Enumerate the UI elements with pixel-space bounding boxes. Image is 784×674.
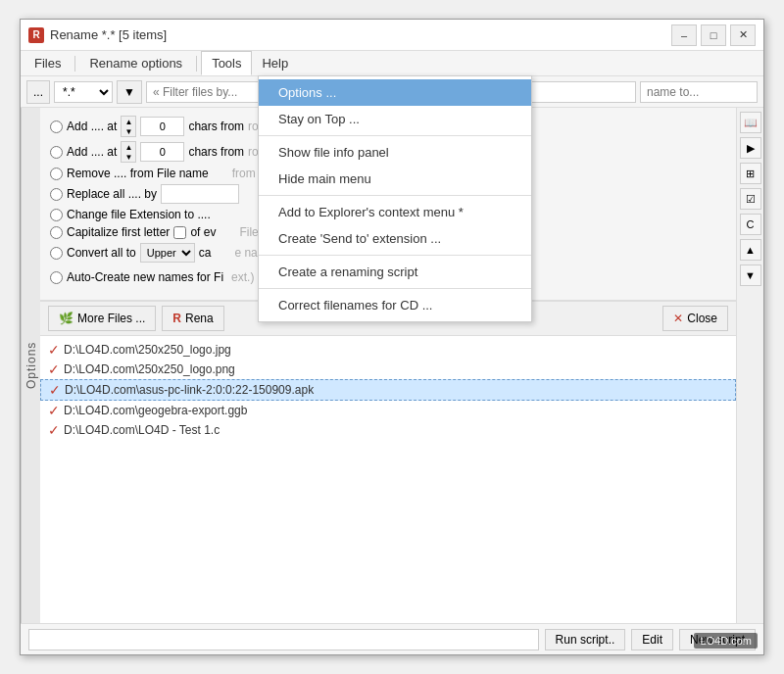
file-item-1[interactable]: ✓ D:\LO4D.com\250x250_logo.jpg (40, 340, 736, 360)
dropdown-sep-1 (259, 135, 531, 136)
run-script-button[interactable]: Run script.. (545, 629, 626, 650)
dropdown-show-file-info[interactable]: Show file info panel (259, 139, 531, 166)
right-icon-up[interactable]: ▲ (740, 239, 761, 261)
dropdown-sep-3 (259, 255, 531, 256)
window-title: Rename *.* [5 items] (50, 27, 671, 42)
dropdown-correct-filenames-cd[interactable]: Correct filenames for CD ... (259, 292, 531, 318)
file-item-2[interactable]: ✓ D:\LO4D.com\250x250_logo.png (40, 360, 736, 379)
spin-up-2[interactable]: ▲ (122, 142, 135, 152)
close-icon: ✕ (673, 312, 683, 325)
status-bar: Run script.. Edit New script (21, 623, 763, 654)
app-icon: R (28, 27, 44, 43)
minimize-button[interactable]: – (671, 24, 697, 46)
dropdown-create-renaming-script[interactable]: Create a renaming script (259, 259, 531, 285)
script-input[interactable] (28, 629, 539, 650)
dropdown-sep-4 (259, 288, 531, 289)
option-radio-8[interactable] (50, 271, 63, 284)
option-radio-6[interactable] (50, 226, 63, 239)
file-path-2: D:\LO4D.com\250x250_logo.png (64, 362, 235, 376)
tools-dropdown: Options ... Stay on Top ... Show file in… (258, 75, 532, 322)
menu-files[interactable]: Files (24, 51, 71, 75)
menu-bar: Files Rename options Tools Help Options … (21, 51, 763, 76)
num-input-1[interactable] (140, 117, 184, 136)
file-list: ✓ D:\LO4D.com\250x250_logo.jpg ✓ D:\LO4D… (40, 336, 736, 623)
rename-button[interactable]: R Rena (162, 306, 223, 331)
num-spin-1: ▲ ▼ (121, 116, 136, 137)
file-check-1: ✓ (48, 342, 60, 358)
dropdown-options[interactable]: Options ... (259, 79, 531, 106)
right-icon-book[interactable]: 📖 (740, 112, 761, 133)
file-path-4: D:\LO4D.com\geogebra-export.ggb (64, 404, 247, 417)
dropdown-stay-on-top[interactable]: Stay on Top ... (259, 106, 531, 132)
dropdown-add-context-menu[interactable]: Add to Explorer's context menu * (259, 199, 531, 225)
window-controls: – □ ✕ (671, 24, 756, 46)
file-path-1: D:\LO4D.com\250x250_logo.jpg (64, 343, 231, 357)
file-path-5: D:\LO4D.com\LO4D - Test 1.c (64, 423, 220, 437)
right-icon-grid[interactable]: ⊞ (740, 163, 761, 184)
file-check-3: ✓ (49, 382, 61, 398)
file-path-3: D:\LO4D.com\asus-pc-link-2:0:0:22-150909… (65, 383, 314, 397)
replace-input[interactable] (161, 184, 239, 204)
file-item-4[interactable]: ✓ D:\LO4D.com\geogebra-export.ggb (40, 401, 736, 420)
file-item-5[interactable]: ✓ D:\LO4D.com\LO4D - Test 1.c (40, 420, 736, 440)
dropdown-sep-2 (259, 195, 531, 196)
dropdown-hide-main-menu[interactable]: Hide main menu (259, 166, 531, 192)
rename-target-input[interactable] (640, 81, 758, 103)
file-check-2: ✓ (48, 361, 60, 377)
rename-icon: R (172, 312, 181, 325)
menu-tools[interactable]: Tools (201, 51, 252, 75)
capitalize-checkbox[interactable] (173, 226, 186, 239)
num-spin-2: ▲ ▼ (121, 141, 136, 163)
options-sidebar-label: Options (21, 108, 40, 623)
menu-separator-2 (196, 56, 197, 72)
dropdown-create-send-to[interactable]: Create 'Send to' extension ... (259, 225, 531, 252)
num-input-2[interactable] (140, 142, 184, 162)
option-radio-2[interactable] (50, 146, 63, 159)
menu-separator-1 (74, 56, 75, 72)
browse-button[interactable]: ... (26, 80, 50, 104)
title-bar: R Rename *.* [5 items] – □ ✕ (21, 20, 763, 51)
edit-button[interactable]: Edit (631, 629, 673, 650)
filter-combo[interactable]: *.* (54, 81, 113, 103)
option-radio-3[interactable] (50, 168, 63, 180)
option-radio-7[interactable] (50, 247, 63, 260)
option-radio-5[interactable] (50, 209, 63, 221)
spin-up-1[interactable]: ▲ (122, 117, 135, 126)
main-window: R Rename *.* [5 items] – □ ✕ Files Renam… (20, 19, 764, 655)
convert-combo[interactable]: Upper Lower (140, 243, 195, 263)
more-files-icon: 🌿 (59, 312, 74, 325)
option-radio-1[interactable] (50, 120, 63, 133)
right-icon-panel: 📖 ▶ ⊞ ☑ C ▲ ▼ (736, 108, 763, 623)
right-icon-play[interactable]: ▶ (740, 137, 761, 159)
right-icon-down[interactable]: ▼ (740, 265, 761, 286)
new-script-button[interactable]: New script (679, 629, 756, 650)
right-icon-c[interactable]: C (740, 214, 761, 235)
close-window-button[interactable]: ✕ (730, 24, 756, 46)
right-icon-check[interactable]: ☑ (740, 188, 761, 210)
maximize-button[interactable]: □ (701, 24, 726, 46)
file-check-5: ✓ (48, 422, 60, 438)
menu-rename-options[interactable]: Rename options (79, 51, 192, 75)
spin-down-2[interactable]: ▼ (122, 152, 135, 162)
file-item-3[interactable]: ✓ D:\LO4D.com\asus-pc-link-2:0:0:22-1509… (40, 379, 736, 401)
spin-down-1[interactable]: ▼ (122, 126, 135, 136)
filter-dropdown-button[interactable]: ▼ (117, 80, 142, 104)
close-button[interactable]: ✕ Close (662, 306, 728, 331)
menu-help[interactable]: Help (252, 51, 298, 75)
file-check-4: ✓ (48, 403, 60, 418)
option-radio-4[interactable] (50, 188, 63, 201)
more-files-button[interactable]: 🌿 More Files ... (48, 306, 156, 331)
